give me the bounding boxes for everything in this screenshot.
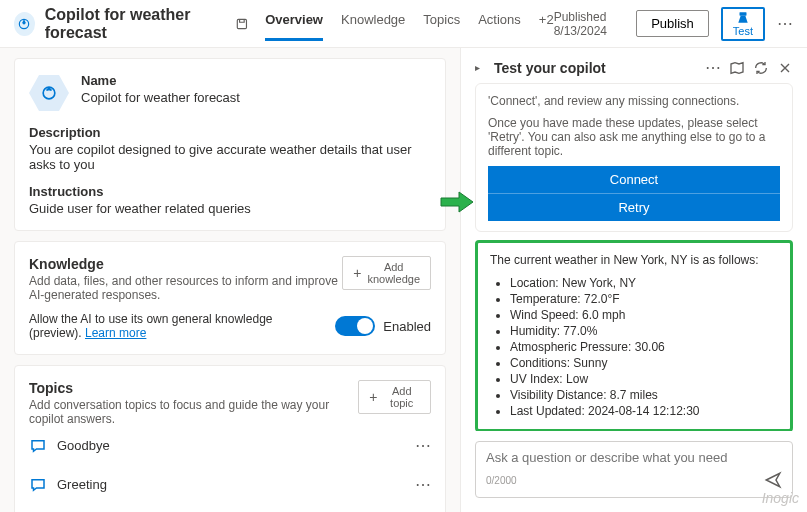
add-knowledge-button[interactable]: + Add knowledge [342,256,431,290]
chat-icon [29,437,47,455]
test-panel: ▸ Test your copilot ⋯ 'Connect', and rev… [460,48,807,512]
knowledge-card: Knowledge Add data, files, and other res… [14,241,446,355]
test-button[interactable]: Test [721,7,765,41]
toggle-enabled-label: Enabled [383,319,431,334]
tab-more[interactable]: +2 [539,8,554,39]
weather-item: Visibility Distance: 8.7 miles [510,387,778,403]
copilot-hex-icon [29,73,69,113]
test-button-label: Test [733,25,753,37]
details-card: Name Copilot for weather forecast Descri… [14,58,446,231]
knowledge-title: Knowledge [29,256,342,272]
map-icon[interactable] [729,60,745,76]
weather-item: Temperature: 72.0°F [510,291,778,307]
refresh-icon[interactable] [753,60,769,76]
char-count: 0/2000 [486,475,517,486]
published-date: Published 8/13/2024 [554,10,625,38]
add-topic-label: Add topic [383,385,420,409]
topics-card: Topics Add conversation topics to focus … [14,365,446,512]
name-value: Copilot for weather forecast [81,90,240,105]
msg-text-1: 'Connect', and review any missing connec… [488,94,780,108]
plus-icon: + [353,265,361,281]
topic-item[interactable]: Lesson 1 - A simple topic ⋯ [29,504,431,512]
input-area: 0/2000 [461,431,807,512]
bot-message: 'Connect', and review any missing connec… [475,83,793,232]
test-panel-header: ▸ Test your copilot ⋯ [461,48,807,83]
learn-more-link[interactable]: Learn more [85,326,146,340]
chat-input-box: 0/2000 [475,441,793,498]
callout-arrow-icon [439,190,475,214]
topics-sub: Add conversation topics to focus and gui… [29,398,358,426]
description-value: You are copilot designed to give accurat… [29,142,431,172]
retry-button[interactable]: Retry [488,193,780,221]
weather-item: UV Index: Low [510,371,778,387]
weather-item: Location: New York, NY [510,275,778,291]
topic-name: Goodbye [57,438,110,453]
topic-more-icon[interactable]: ⋯ [415,475,431,494]
topics-title: Topics [29,380,358,396]
connect-button[interactable]: Connect [488,166,780,193]
tab-knowledge[interactable]: Knowledge [341,8,405,39]
weather-intro: The current weather in New York, NY is a… [490,253,778,267]
panel-more-icon[interactable]: ⋯ [705,58,721,77]
topic-more-icon[interactable]: ⋯ [415,436,431,455]
weather-list: Location: New York, NY Temperature: 72.0… [490,275,778,419]
header-right: Published 8/13/2024 Publish Test ⋯ [554,7,793,41]
topic-name: Greeting [57,477,107,492]
svg-rect-1 [238,19,247,28]
allow-ai-text: Allow the AI to use its own general know… [29,312,272,340]
weather-response: The current weather in New York, NY is a… [475,240,793,431]
name-label: Name [81,73,240,88]
send-icon[interactable] [764,471,782,489]
close-icon[interactable] [777,60,793,76]
general-knowledge-toggle[interactable] [335,316,375,336]
tab-actions[interactable]: Actions [478,8,521,39]
topic-item[interactable]: Greeting ⋯ [29,465,431,504]
description-label: Description [29,125,431,140]
plus-icon: + [369,389,377,405]
weather-item: Last Updated: 2024-08-14 12:12:30 [510,403,778,419]
top-header: Copilot for weather forecast Overview Kn… [0,0,807,48]
nav-tabs: Overview Knowledge Topics Actions +2 [265,8,553,39]
chat-input[interactable] [486,450,782,465]
instructions-value: Guide user for weather related queries [29,201,431,216]
add-topic-button[interactable]: + Add topic [358,380,431,414]
test-panel-title: Test your copilot [494,60,697,76]
knowledge-sub: Add data, files, and other resources to … [29,274,342,302]
app-title: Copilot for weather forecast [45,6,228,42]
weather-item: Humidity: 77.0% [510,323,778,339]
caret-icon[interactable]: ▸ [475,62,480,73]
svg-rect-2 [739,12,746,15]
main-content: Name Copilot for weather forecast Descri… [0,48,807,512]
weather-item: Atmospheric Pressure: 30.06 [510,339,778,355]
weather-item: Conditions: Sunny [510,355,778,371]
tab-overview[interactable]: Overview [265,8,323,39]
header-more-icon[interactable]: ⋯ [777,14,793,33]
copilot-logo-icon [14,12,35,36]
chat-icon [29,476,47,494]
weather-item: Wind Speed: 6.0 mph [510,307,778,323]
topic-item[interactable]: Goodbye ⋯ [29,426,431,465]
chat-body: 'Connect', and review any missing connec… [461,83,807,431]
msg-text-2: Once you have made these updates, please… [488,116,780,158]
tab-topics[interactable]: Topics [423,8,460,39]
save-icon[interactable] [235,16,249,32]
publish-button[interactable]: Publish [636,10,709,37]
instructions-label: Instructions [29,184,431,199]
left-panel: Name Copilot for weather forecast Descri… [0,48,460,512]
add-knowledge-label: Add knowledge [367,261,420,285]
